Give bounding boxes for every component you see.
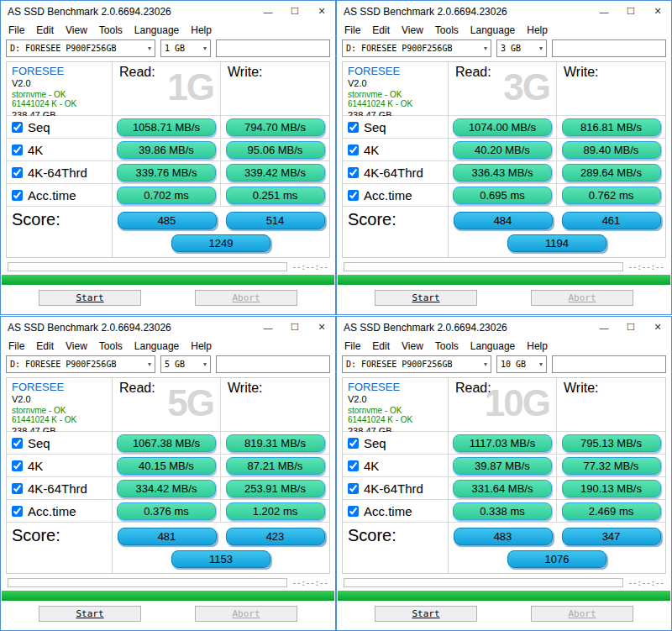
start-button[interactable]: Start (39, 290, 141, 306)
4k-checkbox[interactable] (12, 460, 23, 471)
close-button[interactable]: ✕ (308, 317, 335, 338)
menu-language[interactable]: Language (465, 23, 521, 38)
4k64-read-cell: 336.43 MB/s (449, 161, 557, 184)
seq-write-value: 794.70 MB/s (226, 118, 325, 136)
acc-time-checkbox[interactable] (12, 190, 23, 201)
seq-checkbox[interactable] (348, 438, 359, 449)
titlebar[interactable]: AS SSD Benchmark 2.0.6694.23026 — ☐ ✕ (1, 1, 335, 22)
driver-status: stornvme - OK (12, 406, 66, 415)
4k-64thrd-checkbox[interactable] (12, 483, 23, 494)
4k64-read-cell: 334.42 MB/s (113, 477, 221, 500)
abort-button[interactable]: Abort (195, 606, 297, 622)
drive-select[interactable]: D: FORESEE P900F256GB ▾ (6, 355, 155, 373)
drive-select[interactable]: D: FORESEE P900F256GB ▾ (342, 39, 491, 57)
close-button[interactable]: ✕ (644, 1, 671, 22)
menu-bar: File Edit View Tools Language Help (1, 22, 335, 39)
titlebar[interactable]: AS SSD Benchmark 2.0.6694.23026 — ☐ ✕ (1, 317, 335, 338)
path-input[interactable] (552, 39, 666, 57)
menu-language[interactable]: Language (129, 339, 185, 354)
chevron-down-icon: ▾ (480, 45, 491, 52)
progress-bar (338, 591, 670, 601)
seq-checkbox[interactable] (12, 122, 23, 133)
titlebar[interactable]: AS SSD Benchmark 2.0.6694.23026 — ☐ ✕ (337, 317, 671, 338)
read-header-cell: Read: 5G (113, 378, 221, 432)
abort-button[interactable]: Abort (531, 606, 633, 622)
4k-checkbox[interactable] (348, 460, 359, 471)
menu-tools[interactable]: Tools (93, 23, 129, 38)
menu-help[interactable]: Help (185, 339, 218, 354)
menu-tools[interactable]: Tools (93, 339, 129, 354)
menu-file[interactable]: File (3, 23, 30, 38)
menu-file[interactable]: File (3, 339, 30, 354)
write-label: Write: (564, 65, 598, 80)
start-button[interactable]: Start (375, 606, 477, 622)
4k-read-value: 39.86 MB/s (117, 141, 216, 159)
driver-status: stornvme - OK (348, 90, 402, 99)
maximize-button[interactable]: ☐ (617, 317, 644, 338)
menu-tools[interactable]: Tools (429, 339, 465, 354)
menu-view[interactable]: View (396, 339, 429, 354)
write-score: 514 (226, 212, 325, 229)
4k64-read-value: 331.64 MB/s (453, 480, 552, 497)
menu-help[interactable]: Help (521, 339, 554, 354)
maximize-button[interactable]: ☐ (281, 1, 308, 22)
seq-write-cell: 816.81 MB/s (557, 116, 665, 139)
minimize-button[interactable]: — (255, 317, 281, 338)
maximize-button[interactable]: ☐ (617, 1, 644, 22)
menu-help[interactable]: Help (185, 23, 218, 38)
menu-view[interactable]: View (396, 23, 429, 38)
abort-button[interactable]: Abort (531, 290, 633, 306)
eta-label: --:--:-- (292, 263, 328, 271)
close-button[interactable]: ✕ (644, 317, 671, 338)
seq-checkbox[interactable] (12, 438, 23, 449)
path-input[interactable] (552, 355, 666, 373)
test-size-select[interactable]: 1 GB ▾ (160, 39, 211, 57)
4k-64thrd-checkbox[interactable] (12, 167, 23, 178)
menu-edit[interactable]: Edit (366, 339, 396, 354)
menu-view[interactable]: View (60, 339, 93, 354)
4k-checkbox[interactable] (12, 145, 23, 155)
close-button[interactable]: ✕ (308, 1, 335, 22)
path-input[interactable] (216, 39, 330, 57)
menu-edit[interactable]: Edit (30, 339, 60, 354)
read-header-cell: Read: 10G (449, 378, 557, 432)
4k64-write-value: 289.64 MB/s (562, 164, 661, 181)
menu-bar: File Edit View Tools Language Help (337, 22, 671, 39)
4k-checkbox[interactable] (348, 145, 359, 155)
test-size-select[interactable]: 5 GB ▾ (160, 355, 211, 373)
drive-select[interactable]: D: FORESEE P900F256GB ▾ (342, 355, 491, 373)
acc-time-checkbox[interactable] (348, 190, 359, 201)
4k-64thrd-checkbox[interactable] (348, 167, 359, 178)
drive-brand: FORESEE (348, 381, 400, 393)
start-button[interactable]: Start (375, 290, 477, 306)
path-input[interactable] (216, 355, 330, 373)
start-button[interactable]: Start (39, 606, 141, 622)
minimize-button[interactable]: — (591, 1, 617, 22)
minimize-button[interactable]: — (591, 317, 617, 338)
menu-edit[interactable]: Edit (366, 23, 396, 38)
button-row: Start Abort (1, 606, 335, 622)
4k64-write-value: 339.42 MB/s (226, 164, 325, 181)
4k64-write-value: 253.91 MB/s (226, 480, 325, 497)
acctime-read-cell: 0.695 ms (449, 184, 557, 207)
menu-help[interactable]: Help (521, 23, 554, 38)
drive-select[interactable]: D: FORESEE P900F256GB ▾ (6, 39, 155, 57)
menu-file[interactable]: File (339, 23, 366, 38)
maximize-button[interactable]: ☐ (281, 317, 308, 338)
menu-language[interactable]: Language (465, 339, 521, 354)
menu-edit[interactable]: Edit (30, 23, 60, 38)
titlebar[interactable]: AS SSD Benchmark 2.0.6694.23026 — ☐ ✕ (337, 1, 671, 22)
menu-view[interactable]: View (60, 23, 93, 38)
acc-time-checkbox[interactable] (12, 506, 23, 517)
4k-64thrd-checkbox[interactable] (348, 483, 359, 494)
menu-language[interactable]: Language (129, 23, 185, 38)
minimize-button[interactable]: — (255, 1, 281, 22)
abort-button[interactable]: Abort (195, 290, 297, 306)
score-label-cell: Score: (7, 207, 113, 257)
seq-checkbox[interactable] (348, 122, 359, 133)
acc-time-checkbox[interactable] (348, 506, 359, 517)
test-size-select[interactable]: 10 GB ▾ (496, 355, 547, 373)
menu-tools[interactable]: Tools (429, 23, 465, 38)
menu-file[interactable]: File (339, 339, 366, 354)
test-size-select[interactable]: 3 GB ▾ (496, 39, 547, 57)
